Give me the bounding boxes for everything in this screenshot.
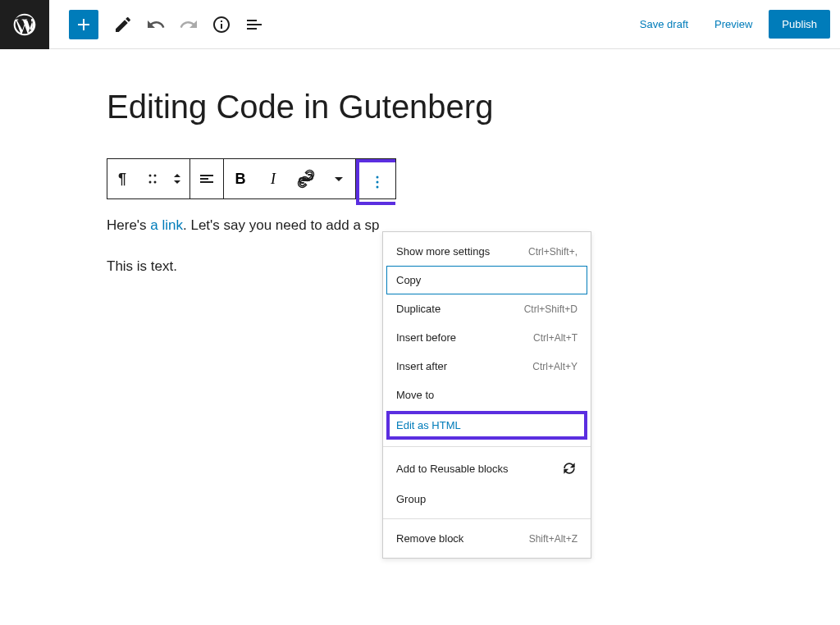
redo-button[interactable]: [174, 10, 203, 39]
svg-point-2: [154, 175, 157, 177]
menu-edit-as-html[interactable]: Edit as HTML: [390, 414, 584, 436]
menu-remove-block[interactable]: Remove block Shift+Alt+Z: [383, 524, 591, 553]
post-title[interactable]: Editing Code in Gutenberg: [107, 89, 733, 125]
svg-point-3: [149, 181, 152, 184]
redo-icon: [179, 15, 199, 34]
block-options-menu: Show more settings Ctrl+Shift+, Copy Dup…: [382, 231, 591, 559]
menu-duplicate[interactable]: Duplicate Ctrl+Shift+D: [383, 294, 591, 323]
menu-insert-after[interactable]: Insert after Ctrl+Alt+Y: [383, 352, 591, 381]
wordpress-icon: [11, 11, 38, 38]
svg-point-7: [377, 186, 379, 189]
svg-point-6: [377, 181, 379, 184]
tools-button[interactable]: [108, 10, 138, 39]
menu-add-reusable[interactable]: Add to Reusable blocks: [383, 452, 591, 485]
block-type-button[interactable]: ¶: [107, 159, 140, 198]
align-button[interactable]: [190, 159, 223, 198]
menu-show-more-settings[interactable]: Show more settings Ctrl+Shift+,: [383, 237, 591, 266]
wordpress-logo[interactable]: [0, 0, 49, 49]
more-options-button[interactable]: [359, 162, 395, 202]
drag-icon: [143, 169, 162, 189]
info-icon: [212, 15, 231, 34]
add-block-button[interactable]: [69, 10, 98, 39]
move-updown-button[interactable]: [165, 159, 189, 198]
link-icon: [296, 169, 316, 189]
paragraph-icon: ¶: [114, 169, 134, 189]
save-draft-link[interactable]: Save draft: [630, 11, 698, 37]
chevron-updown-icon: [167, 169, 187, 189]
outline-button[interactable]: [240, 10, 269, 39]
paragraph-link[interactable]: a link: [150, 217, 183, 233]
list-view-icon: [244, 15, 264, 34]
refresh-icon: [561, 460, 578, 477]
publish-button[interactable]: Publish: [769, 10, 830, 39]
svg-point-5: [377, 176, 379, 179]
bold-button[interactable]: B: [224, 159, 257, 198]
chevron-down-icon: [329, 169, 349, 189]
italic-button[interactable]: I: [257, 159, 290, 198]
pencil-icon: [113, 15, 133, 34]
align-left-icon: [197, 169, 217, 189]
preview-link[interactable]: Preview: [705, 11, 762, 37]
info-button[interactable]: [207, 10, 236, 39]
svg-point-1: [149, 175, 152, 177]
top-toolbar: Save draft Preview Publish: [0, 0, 840, 49]
menu-copy[interactable]: Copy: [386, 266, 587, 294]
menu-group[interactable]: Group: [383, 485, 591, 513]
topbar-right: Save draft Preview Publish: [630, 10, 830, 39]
menu-move-to[interactable]: Move to: [383, 381, 591, 409]
svg-text:¶: ¶: [118, 171, 126, 187]
more-format-button[interactable]: [322, 159, 355, 198]
svg-point-4: [154, 181, 157, 184]
block-toolbar: ¶ B I: [107, 158, 396, 199]
link-button[interactable]: [290, 159, 322, 198]
menu-insert-before[interactable]: Insert before Ctrl+Alt+T: [383, 323, 591, 352]
undo-button[interactable]: [141, 10, 171, 39]
drag-handle[interactable]: [140, 159, 165, 198]
plus-icon: [74, 15, 94, 34]
more-vertical-icon: [368, 172, 387, 192]
undo-icon: [146, 15, 166, 34]
